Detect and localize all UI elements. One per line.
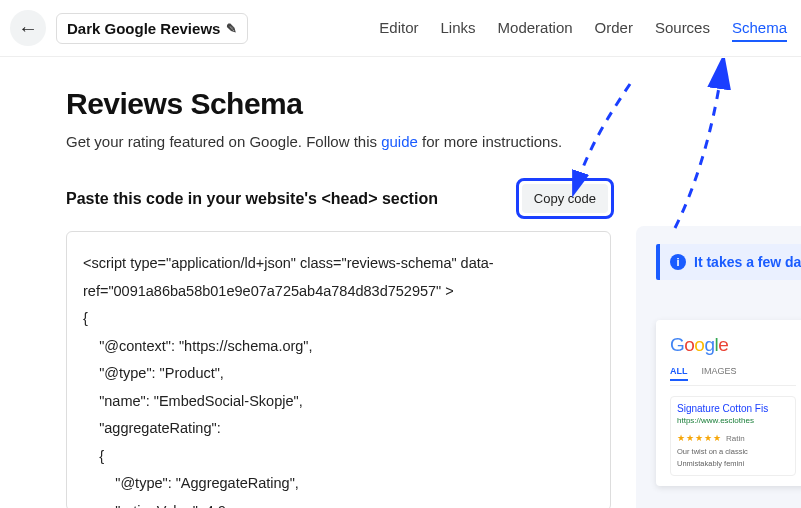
tab-moderation[interactable]: Moderation xyxy=(498,15,573,42)
google-tab-all[interactable]: ALL xyxy=(670,366,688,381)
code-section-header: Paste this code in your website's <head>… xyxy=(66,178,614,219)
guide-link[interactable]: guide xyxy=(381,133,418,150)
tab-schema[interactable]: Schema xyxy=(732,15,787,42)
result-rating-row: ★★★★★Ratin xyxy=(677,427,789,445)
preview-panel: i It takes a few days Google ALL IMAGES … xyxy=(636,226,801,508)
tab-sources[interactable]: Sources xyxy=(655,15,710,42)
copy-code-button[interactable]: Copy code xyxy=(522,184,608,213)
schema-code-box[interactable]: <script type="application/ld+json" class… xyxy=(66,231,611,508)
tab-editor[interactable]: Editor xyxy=(379,15,418,42)
rating-label: Ratin xyxy=(726,434,745,443)
tab-links[interactable]: Links xyxy=(441,15,476,42)
header-tabs: Editor Links Moderation Order Sources Sc… xyxy=(379,15,787,42)
google-result: Signature Cotton Fis https://www.escloth… xyxy=(670,396,796,476)
section-label: Paste this code in your website's <head>… xyxy=(66,190,438,208)
result-desc-1: Our twist on a classic xyxy=(677,447,789,457)
info-text: It takes a few days xyxy=(694,254,801,270)
copy-code-highlight: Copy code xyxy=(516,178,614,219)
divider xyxy=(670,385,796,386)
result-url: https://www.esclothes xyxy=(677,416,789,425)
result-title: Signature Cotton Fis xyxy=(677,403,789,414)
google-tab-images[interactable]: IMAGES xyxy=(702,366,737,381)
stars-icon: ★★★★★ xyxy=(677,433,722,443)
pencil-icon: ✎ xyxy=(226,21,237,36)
info-banner: i It takes a few days xyxy=(656,244,801,280)
result-desc-2: Unmistakably femini xyxy=(677,459,789,469)
google-logo: Google xyxy=(670,334,796,356)
tab-order[interactable]: Order xyxy=(595,15,633,42)
info-icon: i xyxy=(670,254,686,270)
page-subtitle: Get your rating featured on Google. Foll… xyxy=(66,133,801,150)
google-preview-card: Google ALL IMAGES Signature Cotton Fis h… xyxy=(656,320,801,486)
page-title: Reviews Schema xyxy=(66,87,801,121)
widget-title-chip[interactable]: Dark Google Reviews ✎ xyxy=(56,13,248,44)
arrow-left-icon: ← xyxy=(18,17,38,40)
google-search-tabs: ALL IMAGES xyxy=(670,366,796,381)
back-button[interactable]: ← xyxy=(10,10,46,46)
widget-title: Dark Google Reviews xyxy=(67,20,220,37)
top-bar: ← Dark Google Reviews ✎ Editor Links Mod… xyxy=(0,0,801,57)
